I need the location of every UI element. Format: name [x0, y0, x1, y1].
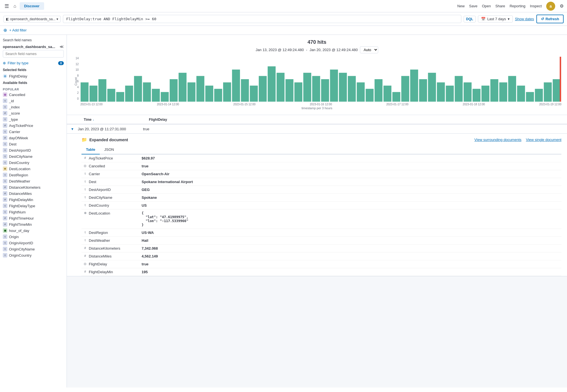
open-button[interactable]: Open — [482, 4, 491, 8]
available-field-item[interactable]: tDestCountry — [0, 159, 67, 166]
content-area: 470 hits Jan 13, 2023 @ 12:49:24.480 - J… — [67, 35, 567, 388]
y-label-4: 4 — [77, 86, 79, 89]
field-icon: t — [3, 204, 7, 208]
expanded-header: 📁 Expanded document View surrounding doc… — [81, 137, 561, 142]
sidebar-header: Search field names — [0, 37, 67, 44]
field-name: FlightDelay — [9, 74, 27, 78]
svg-rect-45 — [482, 86, 489, 102]
doc-table-row: # DistanceKilometers 7,342.068 — [81, 245, 561, 252]
doc-field-icon-cell: t — [81, 170, 89, 178]
field-name: _type — [9, 117, 18, 122]
available-field-item[interactable]: t_type — [0, 116, 67, 122]
available-field-item[interactable]: tDestRegion — [0, 172, 67, 178]
svg-rect-15 — [214, 89, 222, 102]
doc-field-name: Cancelled — [89, 162, 139, 170]
field-name: dayOfWeek — [9, 136, 28, 140]
svg-rect-21 — [268, 66, 276, 102]
svg-rect-0 — [81, 82, 89, 102]
view-single-button[interactable]: View single document — [526, 138, 561, 142]
field-icon: # — [3, 123, 7, 128]
add-filter-button[interactable]: + Add filter — [9, 28, 27, 32]
hamburger-button[interactable]: ☰ — [3, 2, 10, 10]
field-name: DestCountry — [9, 161, 29, 165]
x-label-1: 2023-01-13 12:00 — [80, 103, 103, 106]
available-field-item[interactable]: t_index — [0, 104, 67, 110]
available-field-item[interactable]: tDest — [0, 141, 67, 147]
reporting-button[interactable]: Reporting — [510, 4, 525, 8]
available-field-item[interactable]: ⊕DestLocation — [0, 166, 67, 172]
new-button[interactable]: New — [457, 4, 465, 8]
table-row[interactable]: ▾ Jan 20, 2023 @ 11:27:31.000 true — [67, 124, 567, 134]
filter-icon-button[interactable]: ⊕ — [3, 28, 7, 33]
selected-field-item[interactable]: ◎FlightDelay — [0, 73, 67, 79]
available-field-item[interactable]: tOrigin — [0, 234, 67, 240]
available-field-item[interactable]: t_id — [0, 98, 67, 104]
field-name: DestLocation — [9, 167, 30, 171]
x-label-6: 2023-01-18 12:00 — [463, 103, 485, 106]
available-field-item[interactable]: #DistanceKilometers — [0, 184, 67, 190]
save-button[interactable]: Save — [469, 4, 478, 8]
available-field-item[interactable]: tDestCityName — [0, 153, 67, 159]
date-picker[interactable]: 📅 Last 7 days ▾ — [478, 15, 513, 22]
available-field-item[interactable]: #DistanceMiles — [0, 190, 67, 197]
field-name: FlightTimeHour — [9, 216, 34, 220]
json-tab[interactable]: JSON — [100, 145, 119, 154]
field-icon: # — [3, 111, 7, 115]
doc-field-value: { "lat": "47.61989975", "lon": "-117.533… — [139, 209, 561, 229]
available-field-item[interactable]: #FlightTimeHour — [0, 215, 67, 221]
dql-button[interactable]: DQL — [464, 16, 476, 22]
svg-rect-52 — [544, 82, 552, 102]
field-name: FlightDelayType — [9, 204, 35, 208]
available-field-item[interactable]: tFlightDelayType — [0, 203, 67, 209]
available-field-item[interactable]: ▣hour_of_day — [0, 227, 67, 234]
view-surrounding-button[interactable]: View surrounding documents — [474, 138, 521, 142]
filter-by-type-button[interactable]: ⊕ Filter by type — [3, 61, 28, 65]
auto-select[interactable]: Auto — [360, 46, 378, 53]
field-icon: t — [3, 173, 7, 177]
y-label-14: 14 — [76, 57, 79, 60]
doc-table-row: t DestCityName Spokane — [81, 194, 561, 202]
available-field-item[interactable]: tFlightNum — [0, 209, 67, 215]
calendar-icon: 📅 — [481, 17, 486, 21]
svg-rect-37 — [410, 70, 418, 102]
y-label-8: 8 — [77, 74, 79, 77]
available-field-item[interactable]: #FlightTimeMin — [0, 221, 67, 227]
results-section: Time ↓ FlightDelay ▾ Jan 20, 2023 @ 11:2… — [67, 115, 567, 276]
time-column-header[interactable]: Time ↓ — [84, 118, 146, 122]
index-title[interactable]: Search field names — [3, 38, 32, 42]
refresh-button[interactable]: ↺ Refresh — [536, 15, 564, 23]
share-button[interactable]: Share — [495, 4, 505, 8]
discover-tab[interactable]: Discover — [20, 2, 44, 10]
available-field-item[interactable]: tOriginCityName — [0, 246, 67, 252]
available-field-item[interactable]: tOriginCountry — [0, 252, 67, 258]
popular-fields-list: ◎Cancelled — [0, 92, 67, 98]
available-field-item[interactable]: tOriginAirportID — [0, 240, 67, 246]
expand-button[interactable]: ▾ — [70, 127, 74, 131]
available-field-item[interactable]: tCarrier — [0, 129, 67, 135]
svg-rect-50 — [526, 92, 534, 102]
home-button[interactable]: ⌂ — [12, 3, 17, 10]
hits-count: 470 hits — [72, 39, 561, 45]
index-selector[interactable]: ◧ opensearch_dashboards_sa... ▾ — [3, 16, 61, 22]
doc-field-value: US-WA — [139, 229, 561, 237]
sidebar-collapse-button[interactable]: ≪ — [60, 44, 64, 49]
available-field-item[interactable]: #FlightDelayMin — [0, 197, 67, 203]
available-field-item[interactable]: #dayOfWeek — [0, 135, 67, 141]
popular-field-item[interactable]: ◎Cancelled — [0, 92, 67, 98]
doc-field-value: true — [139, 162, 561, 170]
available-field-item[interactable]: tDestWeather — [0, 178, 67, 184]
svg-rect-46 — [490, 79, 498, 102]
doc-field-name: FlightDelay — [89, 260, 139, 268]
show-dates-button[interactable]: Show dates — [515, 17, 534, 21]
svg-rect-29 — [339, 73, 347, 102]
y-axis-label: Count — [74, 77, 78, 85]
table-tab[interactable]: Table — [81, 145, 100, 154]
available-field-item[interactable]: #_score — [0, 110, 67, 116]
query-input[interactable] — [63, 15, 461, 23]
settings-button[interactable]: ⚙ — [560, 3, 564, 9]
available-field-item[interactable]: #AvgTicketPrice — [0, 122, 67, 129]
inspect-button[interactable]: Inspect — [530, 4, 542, 8]
search-field-input[interactable] — [3, 50, 64, 58]
date-to: Jan 20, 2023 @ 12:49:24.480 — [310, 48, 358, 52]
available-field-item[interactable]: tDestAirportID — [0, 147, 67, 153]
